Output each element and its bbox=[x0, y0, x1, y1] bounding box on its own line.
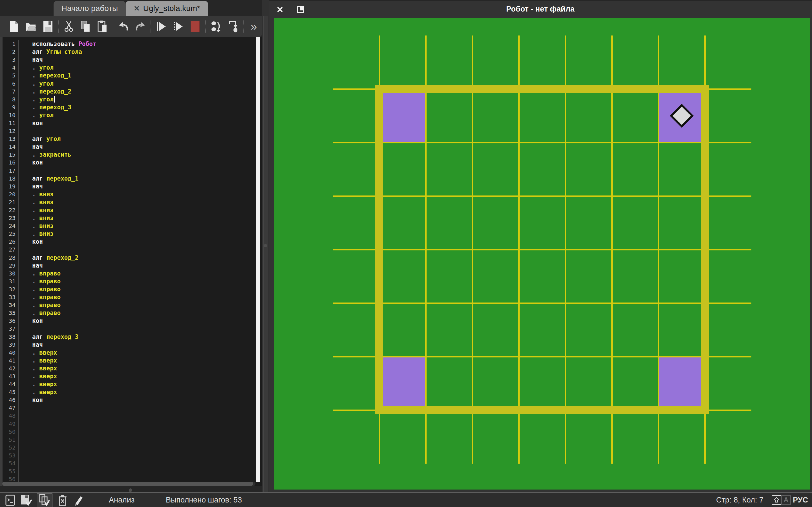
code-line[interactable]: 19нач bbox=[3, 182, 256, 190]
text-cursor bbox=[54, 96, 55, 103]
code-line[interactable]: 21. вниз bbox=[3, 198, 256, 206]
code-line[interactable]: 20. вниз bbox=[3, 190, 256, 198]
code-text: . вправо bbox=[18, 293, 256, 301]
run-icon[interactable] bbox=[156, 20, 167, 33]
code-line[interactable]: 50 bbox=[3, 428, 256, 436]
code-line[interactable]: 32. вправо bbox=[3, 285, 256, 293]
code-line[interactable]: 5. переход_1 bbox=[3, 71, 256, 79]
stop-icon[interactable] bbox=[190, 20, 201, 33]
robot-field[interactable] bbox=[274, 18, 810, 490]
undo-icon[interactable] bbox=[118, 20, 129, 33]
keyboard-language[interactable]: РУС bbox=[793, 496, 808, 504]
latin-indicator-icon[interactable]: A bbox=[781, 495, 791, 505]
steps-counter: Выполнено шагов: 53 bbox=[166, 496, 242, 504]
code-line[interactable]: 8. угол bbox=[3, 96, 256, 103]
code-line[interactable]: 53 bbox=[3, 452, 256, 459]
copy-icon[interactable] bbox=[80, 20, 91, 33]
code-line[interactable]: 28алг переход_2 bbox=[3, 254, 256, 262]
code-line[interactable]: 11кон bbox=[3, 119, 256, 127]
code-line[interactable]: 2алг Углы стола bbox=[3, 48, 256, 56]
code-line[interactable]: 12 bbox=[3, 127, 256, 135]
code-line[interactable]: 44. вверх bbox=[3, 380, 256, 388]
code-line[interactable]: 13алг угол bbox=[3, 135, 256, 143]
open-folder-icon[interactable] bbox=[26, 20, 37, 33]
code-line[interactable]: 29нач bbox=[3, 262, 256, 270]
code-line[interactable]: 52 bbox=[3, 444, 256, 452]
code-line[interactable]: 18алг переход_1 bbox=[3, 175, 256, 182]
code-line[interactable]: 46кон bbox=[3, 396, 256, 404]
code-line[interactable]: 40. вверх bbox=[3, 349, 256, 356]
line-number: 29 bbox=[3, 262, 18, 269]
clear-icon[interactable] bbox=[56, 494, 69, 507]
editor-vertical-scrollbar[interactable] bbox=[256, 37, 260, 482]
robot-title-bar[interactable]: Робот - нет файла bbox=[269, 1, 812, 17]
code-line[interactable]: 55 bbox=[3, 467, 256, 475]
code-line[interactable]: 22. вниз bbox=[3, 206, 256, 214]
tab-ugly-stola[interactable]: ✕ Ugly_stola.kum* bbox=[126, 1, 208, 16]
copy-results-icon[interactable] bbox=[37, 494, 52, 507]
code-line[interactable]: 36кон bbox=[3, 317, 256, 325]
code-line[interactable]: 34. вправо bbox=[3, 301, 256, 309]
code-line[interactable]: 10. угол bbox=[3, 111, 256, 119]
save-results-icon[interactable] bbox=[20, 494, 33, 507]
code-line[interactable]: 14нач bbox=[3, 143, 256, 151]
code-line[interactable]: 47 bbox=[3, 404, 256, 412]
code-line[interactable]: 35. вправо bbox=[3, 309, 256, 317]
painted-cell[interactable] bbox=[379, 356, 426, 410]
code-line[interactable]: 42. вверх bbox=[3, 364, 256, 372]
code-line[interactable]: 9. переход_3 bbox=[3, 103, 256, 111]
edit-icon[interactable] bbox=[73, 494, 85, 507]
code-line[interactable]: 15. закрасить bbox=[3, 151, 256, 159]
code-line[interactable]: 38алг переход_3 bbox=[3, 333, 256, 341]
code-line[interactable]: 33. вправо bbox=[3, 293, 256, 301]
step-into-icon[interactable] bbox=[227, 20, 239, 33]
line-number: 52 bbox=[3, 444, 18, 451]
redo-icon[interactable] bbox=[135, 20, 146, 33]
cut-icon[interactable] bbox=[63, 20, 74, 33]
code-line[interactable]: 26кон bbox=[3, 238, 256, 245]
code-line[interactable]: 49 bbox=[3, 420, 256, 428]
code-line[interactable]: 41. вверх bbox=[3, 356, 256, 364]
console-splitter-handle[interactable] bbox=[129, 489, 132, 492]
code-line[interactable]: 31. вправо bbox=[3, 277, 256, 285]
more-icon[interactable]: » bbox=[248, 20, 259, 33]
scrollbar-thumb[interactable] bbox=[2, 482, 253, 486]
vertical-splitter[interactable] bbox=[262, 0, 269, 492]
code-line[interactable]: 6. угол bbox=[3, 79, 256, 87]
code-text: . вверх bbox=[18, 380, 256, 388]
tab-start-page[interactable]: Начало работы bbox=[54, 1, 126, 16]
code-text bbox=[18, 428, 256, 436]
code-line[interactable]: 7. переход_2 bbox=[3, 88, 256, 96]
console-icon[interactable] bbox=[4, 494, 16, 507]
run-step-icon[interactable] bbox=[172, 20, 184, 33]
code-line[interactable]: 16кон bbox=[3, 159, 256, 166]
code-line[interactable]: 27 bbox=[3, 245, 256, 253]
code-line[interactable]: 23. вниз bbox=[3, 214, 256, 222]
cursor-position: Стр: 8, Кол: 7 bbox=[716, 496, 763, 504]
code-line[interactable]: 43. вверх bbox=[3, 372, 256, 380]
code-line[interactable]: 54 bbox=[3, 459, 256, 467]
loop-run-icon[interactable] bbox=[210, 20, 221, 33]
code-line[interactable]: 51 bbox=[3, 436, 256, 444]
caps-indicator-icon[interactable] bbox=[772, 495, 781, 505]
code-line[interactable]: 45. вверх bbox=[3, 388, 256, 396]
code-line[interactable]: 37 bbox=[3, 325, 256, 333]
code-line[interactable]: 30. вправо bbox=[3, 270, 256, 277]
code-line[interactable]: 25. вниз bbox=[3, 230, 256, 238]
tab-close-icon[interactable]: ✕ bbox=[134, 4, 140, 13]
code-line[interactable]: 24. вниз bbox=[3, 222, 256, 230]
save-icon[interactable] bbox=[42, 20, 54, 33]
code-editor[interactable]: 1использовать Робот2алг Углы стола3нач4.… bbox=[0, 37, 262, 486]
painted-cell[interactable] bbox=[658, 356, 705, 410]
code-line[interactable]: 4. угол bbox=[3, 64, 256, 71]
painted-cell[interactable] bbox=[379, 89, 426, 143]
code-line[interactable]: 39нач bbox=[3, 341, 256, 349]
editor-horizontal-scrollbar[interactable] bbox=[2, 482, 255, 486]
code-line[interactable]: 17 bbox=[3, 167, 256, 175]
code-line[interactable]: 48 bbox=[3, 412, 256, 420]
line-number: 5 bbox=[3, 72, 18, 79]
paste-icon[interactable] bbox=[97, 20, 108, 33]
code-line[interactable]: 1использовать Робот bbox=[3, 40, 256, 48]
new-file-icon[interactable] bbox=[8, 20, 20, 33]
code-line[interactable]: 3нач bbox=[3, 56, 256, 64]
